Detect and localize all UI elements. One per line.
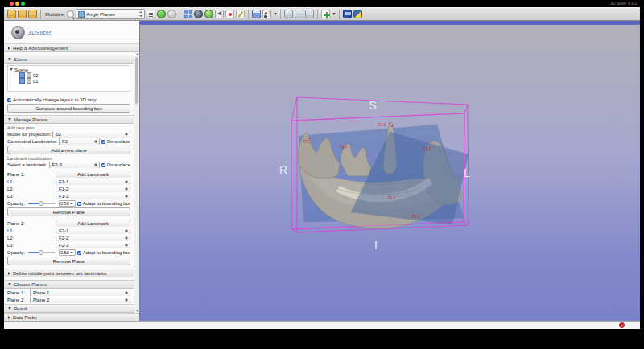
model-projection-combo[interactable]: 02 bbox=[52, 131, 130, 138]
scene-view-restore-icon[interactable] bbox=[305, 10, 314, 18]
plane1-remove-button[interactable]: Remove Plane bbox=[7, 207, 130, 216]
slider-thumb-handle[interactable] bbox=[39, 201, 43, 206]
combo-value: 02 bbox=[56, 132, 61, 137]
python-console-icon[interactable] bbox=[353, 10, 362, 18]
section-scene[interactable]: Scene bbox=[4, 55, 134, 64]
threed-scene[interactable]: F2-1 F1-1 F1-2 F2-3 F1-3 F2-2 S R L I bbox=[140, 21, 640, 321]
tree-item-label: 02 bbox=[33, 73, 39, 78]
plane2-l1-combo[interactable]: F2-1 bbox=[56, 228, 130, 234]
section-label: Scene bbox=[14, 57, 27, 62]
viewers-person-icon[interactable]: 1 bbox=[262, 10, 271, 18]
module-next-icon[interactable] bbox=[167, 10, 176, 18]
choose-plane1-combo[interactable]: Plane 1 bbox=[30, 289, 130, 296]
model-visibility-icon[interactable] bbox=[19, 78, 25, 84]
model-visibility-icon[interactable] bbox=[19, 72, 25, 78]
place-fiducial-icon[interactable] bbox=[225, 10, 234, 18]
terminal-icon[interactable] bbox=[343, 10, 352, 18]
panel-scrollbar[interactable] bbox=[134, 52, 139, 313]
scrollbar-up-arrow-icon[interactable] bbox=[136, 53, 139, 55]
plane1-opacity-slider[interactable] bbox=[28, 203, 56, 204]
slider-thumb-handle[interactable] bbox=[39, 250, 43, 255]
scrollbar-thumb[interactable] bbox=[135, 57, 138, 104]
markups-sphere-icon[interactable] bbox=[194, 10, 203, 18]
select-landmark-combo[interactable]: F2-3 bbox=[49, 162, 100, 168]
connected-landmarks-combo[interactable]: F2 bbox=[59, 138, 100, 145]
plane1-l1-row: L1: F1-1 bbox=[7, 179, 130, 185]
toolbar-separator bbox=[339, 10, 340, 19]
viewer-layout-icon[interactable] bbox=[252, 10, 261, 18]
add-new-plane-button[interactable]: Add a new plane bbox=[7, 146, 130, 154]
mouse-interaction-icon[interactable] bbox=[215, 10, 224, 18]
load-data-icon[interactable] bbox=[18, 10, 27, 18]
save-icon[interactable] bbox=[28, 10, 37, 18]
section-label: Manage Planes: bbox=[14, 117, 48, 122]
section-manage-planes[interactable]: Manage Planes: bbox=[4, 115, 134, 124]
threed-viewport[interactable]: F2-1 F1-1 F1-2 F2-3 F1-3 F2-2 S R L I bbox=[140, 21, 640, 321]
plane1-header-row: Plane 1: Add Landmark bbox=[7, 171, 130, 178]
plane2-opacity-spinbox[interactable]: 0.50 bbox=[59, 249, 76, 256]
close-window-button[interactable] bbox=[10, 2, 14, 6]
extensions-manager-icon[interactable] bbox=[321, 10, 330, 18]
choose-plane1-row: Plane 1: Plane 1 bbox=[7, 289, 130, 296]
plane1-opacity-spinbox[interactable]: 0.50 bbox=[59, 200, 76, 207]
on-surface-checkbox[interactable] bbox=[101, 140, 105, 144]
choose-plane2-combo[interactable]: Plane 2 bbox=[30, 297, 130, 303]
titlebar: 3D Slicer 4.3.1 bbox=[4, 0, 640, 7]
opacity-label: Opacity: bbox=[7, 250, 25, 255]
auto-layout-checkbox[interactable] bbox=[7, 98, 11, 102]
screenshot-icon[interactable] bbox=[284, 10, 293, 18]
slicer-logo-icon bbox=[11, 26, 25, 39]
main-toolbar: Modules: Angle Planes 1 bbox=[4, 7, 640, 21]
scrollbar-down-arrow-icon[interactable] bbox=[136, 310, 139, 312]
plane1-add-landmark-button[interactable]: Add Landmark bbox=[56, 171, 130, 178]
module-previous-icon[interactable] bbox=[157, 10, 166, 18]
combo-value: F2-3 bbox=[59, 243, 68, 248]
error-log-button[interactable] bbox=[619, 322, 625, 328]
plane2-opacity-row: Opacity: 0.50 Adapt to bounding box Hide bbox=[7, 249, 130, 256]
volume-rendering-icon[interactable] bbox=[204, 10, 213, 18]
scene-tree-item-model-02[interactable]: 02 bbox=[10, 72, 128, 78]
plane1-opacity-row: Opacity: 0.50 Adapt to bounding box Hide bbox=[7, 200, 130, 207]
tree-root-label: Scene bbox=[14, 68, 28, 72]
module-selector-combo[interactable]: Angle Planes bbox=[76, 9, 145, 19]
plane2-add-landmark-button[interactable]: Add Landmark bbox=[56, 220, 130, 227]
plane2-opacity-slider[interactable] bbox=[28, 252, 56, 253]
plane2-remove-button[interactable]: Remove Plane bbox=[7, 257, 130, 265]
combo-value: F1-3 bbox=[59, 194, 68, 199]
tree-expander-icon[interactable] bbox=[10, 68, 13, 71]
plane1-l3-combo[interactable]: F1-3 bbox=[56, 193, 130, 199]
section-result[interactable]: Result bbox=[4, 304, 134, 313]
plane2-adapt-checkbox[interactable] bbox=[77, 251, 81, 255]
scene-view-capture-icon[interactable] bbox=[295, 10, 303, 18]
opacity-label: Opacity: bbox=[7, 201, 25, 206]
module-search-icon[interactable] bbox=[67, 10, 74, 18]
spinbox-value: 0.50 bbox=[60, 201, 69, 206]
plane2-l3-combo[interactable]: F2-3 bbox=[56, 242, 130, 248]
section-help-acknowledgement[interactable]: Help & Acknowledgement bbox=[4, 43, 139, 52]
toolbar-separator bbox=[280, 10, 281, 19]
annotation-pencil-icon[interactable] bbox=[236, 10, 245, 18]
layout-selector-icon[interactable] bbox=[184, 10, 192, 18]
section-midpoint[interactable]: Define middle point between two landmark… bbox=[4, 269, 134, 277]
on-surface-checkbox[interactable] bbox=[101, 163, 105, 167]
auto-layout-label: Automatically change layout to 3D only bbox=[13, 97, 96, 102]
module-panel: 3DSlicer Help & Acknowledgement Scene Sc… bbox=[4, 21, 140, 321]
plane1-adapt-checkbox[interactable] bbox=[77, 202, 81, 206]
select-landmark-label: Select a landmark: bbox=[7, 162, 47, 167]
plane2-l2-combo[interactable]: F2-2 bbox=[56, 235, 130, 241]
load-dicom-icon[interactable] bbox=[7, 10, 16, 18]
on-surface-label: On surface bbox=[107, 162, 130, 167]
scene-tree-root[interactable]: Scene bbox=[10, 67, 128, 72]
compute-bounding-box-button[interactable]: Compute around bounding box bbox=[7, 104, 130, 113]
minimize-window-button[interactable] bbox=[15, 2, 19, 6]
maximize-window-button[interactable] bbox=[21, 2, 25, 6]
plane1-l1-combo[interactable]: F1-1 bbox=[56, 179, 130, 185]
scene-tree-item-model-01[interactable]: 01 bbox=[10, 78, 128, 84]
plane1-l2-combo[interactable]: F1-2 bbox=[56, 186, 130, 192]
section-data-probe[interactable]: Data Probe bbox=[4, 313, 139, 321]
extensions-dropdown-arrow-icon[interactable] bbox=[332, 13, 336, 15]
section-choose-planes[interactable]: Choose Planes: bbox=[4, 280, 134, 289]
viewers-dropdown-arrow-icon[interactable] bbox=[274, 13, 277, 15]
module-history-icon[interactable] bbox=[147, 10, 155, 18]
landmark-label: F1-1 bbox=[340, 145, 348, 149]
